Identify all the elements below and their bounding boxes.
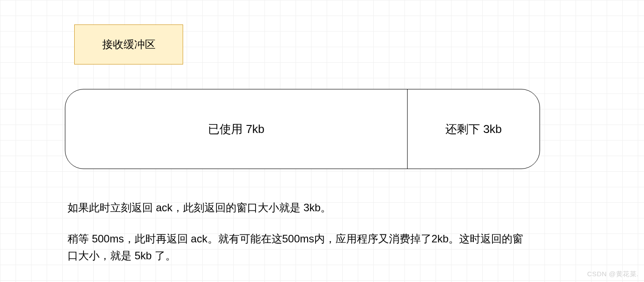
buffer-used-segment: 已使用 7kb xyxy=(65,89,408,169)
buffer-title-box: 接收缓冲区 xyxy=(74,24,183,64)
buffer-container: 已使用 7kb 还剩下 3kb xyxy=(65,89,540,169)
buffer-used-label: 已使用 7kb xyxy=(208,121,264,137)
buffer-free-label: 还剩下 3kb xyxy=(445,121,502,137)
watermark: CSDN @黄花菜. xyxy=(587,270,639,278)
buffer-free-segment: 还剩下 3kb xyxy=(408,89,540,169)
buffer-title-label: 接收缓冲区 xyxy=(102,37,156,52)
caption-line-2: 稍等 500ms，此时再返回 ack。就有可能在这500ms内，应用程序又消费掉… xyxy=(68,230,530,265)
caption-line-1: 如果此时立刻返回 ack，此刻返回的窗口大小就是 3kb。 xyxy=(68,199,331,216)
diagram-canvas: 接收缓冲区 已使用 7kb 还剩下 3kb 如果此时立刻返回 ack，此刻返回的… xyxy=(0,0,644,282)
